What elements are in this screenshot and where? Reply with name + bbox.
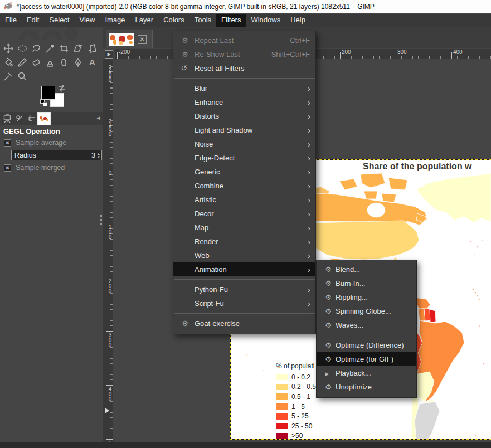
menubar-item[interactable]: Filters [216, 14, 246, 27]
ellipse-select-tool[interactable] [15, 41, 29, 55]
legend-swatch [276, 413, 288, 420]
menu-item[interactable]: Re-Show Last Shift+Ctrl+F [173, 47, 315, 61]
color-area [39, 84, 72, 110]
menu-item-submenu[interactable]: Light and Shadow › [173, 123, 315, 137]
menu-item-submenu[interactable]: Artistic › [173, 193, 315, 207]
tab-device-status[interactable] [13, 113, 26, 125]
clone-tool[interactable] [43, 55, 57, 69]
image-window-tab[interactable]: ✕ [106, 30, 153, 48]
color-picker-tool[interactable] [1, 69, 15, 83]
menu-item-submenu[interactable]: Map › [173, 221, 315, 235]
bucket-fill-tool[interactable] [1, 55, 15, 69]
menu-item-submenu[interactable]: Animation › [173, 262, 315, 276]
image-thumbnail [39, 115, 49, 122]
submenu-item[interactable]: Optimize (for GIF) [317, 352, 416, 366]
submenu-item[interactable]: Burn-In... [317, 276, 416, 290]
tool-grid: A [1, 41, 100, 83]
submenu-item[interactable]: Unoptimize [317, 380, 416, 394]
pointer-position-marker [105, 408, 109, 413]
menu-item-submenu[interactable]: Combine › [173, 179, 315, 193]
submenu-item[interactable]: Optimize (Difference) [317, 338, 416, 352]
panel-splitter-handle[interactable] [100, 215, 102, 227]
vertical-ruler[interactable]: -200 -100 0 100 200 300 400 500 [103, 59, 113, 442]
paintbrush-tool[interactable] [15, 55, 29, 69]
menu-item-submenu[interactable]: Python-Fu › [173, 283, 315, 296]
status-bar [0, 442, 491, 448]
menu-item[interactable]: Repeat Last Ctrl+F [173, 33, 315, 47]
map-title: Share of the population w [363, 162, 472, 172]
submenu-item[interactable]: Waves... [317, 318, 416, 332]
menu-item-submenu[interactable]: Render › [173, 235, 315, 249]
zoom-tool[interactable] [15, 69, 29, 83]
shear-tool[interactable] [71, 41, 85, 55]
ruler-label: 100 [103, 223, 113, 277]
menubar-item[interactable]: Windows [246, 14, 285, 27]
free-select-tool[interactable] [29, 41, 43, 55]
gears-icon [179, 50, 189, 60]
sample-merged-checkbox[interactable]: ✕ [4, 164, 11, 172]
menu-item-submenu[interactable]: Blur › [173, 81, 315, 95]
default-colors-icon[interactable] [40, 99, 48, 107]
crop-tool[interactable] [57, 41, 71, 55]
menu-separator [174, 279, 315, 280]
menu-item-submenu[interactable]: Web › [173, 249, 315, 262]
menubar-item[interactable]: Colors [158, 14, 189, 27]
chevron-right-icon: › [308, 140, 315, 148]
swap-colors-icon[interactable] [57, 84, 66, 92]
close-tab-icon[interactable]: ✕ [138, 35, 147, 44]
foreground-color-swatch[interactable] [41, 86, 55, 100]
menu-item-submenu[interactable]: Distorts › [173, 109, 315, 123]
chevron-right-icon: › [308, 285, 315, 294]
text-tool[interactable]: A [85, 55, 99, 69]
ink-tool[interactable] [71, 55, 85, 69]
chevron-right-icon: › [308, 112, 315, 120]
sample-average-checkbox[interactable]: ✕ [4, 139, 11, 147]
tab-tool-options[interactable] [1, 113, 13, 125]
menu-item-submenu[interactable]: Enhance › [173, 95, 315, 109]
menu-item-submenu[interactable]: Decor › [173, 207, 315, 221]
image-menu-button[interactable]: ▶ [105, 50, 113, 59]
radius-value: 3 [91, 152, 97, 159]
animation-submenu: Blend... Burn-In... Rippling... Spinning… [316, 260, 417, 398]
tab-image[interactable] [38, 113, 50, 125]
tab-undo-history[interactable] [26, 113, 38, 125]
gears-icon [322, 354, 332, 364]
legend-swatch [276, 433, 288, 439]
move-tool[interactable] [1, 41, 15, 55]
smudge-tool[interactable] [57, 55, 71, 69]
legend-swatch [276, 384, 288, 390]
chevron-right-icon: › [308, 168, 315, 176]
menu-separator [174, 78, 315, 79]
chevron-right-icon: › [308, 223, 315, 232]
submenu-item[interactable]: Spinning Globe... [317, 304, 416, 318]
collapse-dock-icon[interactable]: ◂ [96, 114, 100, 121]
titlebar[interactable]: *[access to water0000] (imported)-2.0 (R… [0, 0, 491, 13]
menu-item-submenu[interactable]: Script-Fu › [173, 296, 315, 310]
menubar-item[interactable]: Help [285, 14, 310, 27]
perspective-tool[interactable] [85, 41, 99, 55]
chevron-right-icon: › [308, 182, 315, 190]
submenu-item[interactable]: Playback... [317, 366, 416, 380]
gears-icon [322, 320, 332, 330]
menubar-item[interactable]: Layer [130, 14, 159, 27]
shortcut-label: Ctrl+F [290, 36, 315, 45]
legend-swatch [276, 393, 288, 400]
legend-row: 25 - 50 [276, 421, 316, 431]
sample-merged-label: Sample merged [16, 164, 65, 172]
legend-label: 0.2 - 0.5 [291, 383, 316, 391]
spinner-arrows-icon[interactable]: ▲▼ [97, 152, 100, 159]
legend-label: 0 - 0.2 [291, 373, 310, 381]
legend-label: 5 - 25 [291, 412, 309, 420]
eraser-tool[interactable] [29, 55, 43, 69]
radius-spinner[interactable]: Radius 3 ▲▼ [11, 150, 102, 160]
menubar-item[interactable]: Image [100, 14, 130, 27]
menu-item[interactable]: Reset all Filters [173, 61, 315, 75]
submenu-item[interactable]: Blend... [317, 262, 416, 276]
submenu-item[interactable]: Rippling... [317, 290, 416, 304]
menu-item-submenu[interactable]: Generic › [173, 165, 315, 179]
menu-item-submenu[interactable]: Edge-Detect › [173, 151, 315, 165]
fuzzy-select-tool[interactable] [43, 41, 57, 55]
menubar-item[interactable]: Tools [189, 14, 216, 27]
menu-item-goat-exercise[interactable]: Goat-exercise [173, 316, 315, 330]
menu-item-submenu[interactable]: Noise › [173, 137, 315, 151]
